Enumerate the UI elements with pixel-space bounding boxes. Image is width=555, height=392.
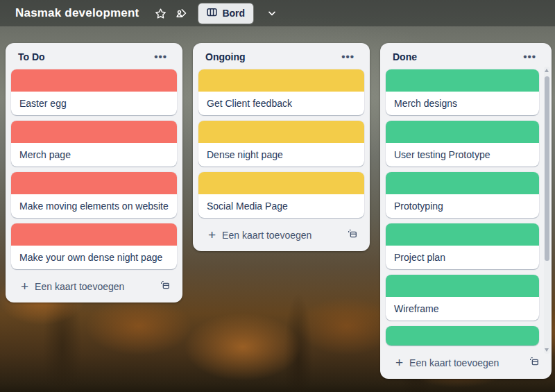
card-label-yellow <box>198 121 364 143</box>
add-card-label: Een kaart toevoegen <box>409 357 499 368</box>
card[interactable]: User testing Prototype <box>386 121 539 167</box>
chevron-down-icon <box>266 8 278 19</box>
list-header: Done ••• <box>386 49 546 69</box>
plus-icon: + <box>21 281 28 292</box>
card-label-red <box>11 69 177 92</box>
list-ongoing: Ongoing ••• Get Client feedback Dense ni… <box>193 43 370 251</box>
card-label-green <box>386 121 539 143</box>
list-header: Ongoing ••• <box>198 49 364 69</box>
plus-icon: + <box>208 230 216 241</box>
card-title: User testing Prototype <box>386 143 539 167</box>
card-template-button[interactable] <box>527 354 542 372</box>
card-title: Social Media Page <box>198 194 364 218</box>
add-card-label: Een kaart toevoegen <box>35 281 124 292</box>
card[interactable]: Get Client feedback <box>198 69 364 115</box>
star-icon <box>155 8 166 19</box>
card-label-red <box>11 172 177 194</box>
card[interactable]: Make moving elements on website <box>11 172 177 218</box>
board-view-label: Bord <box>222 8 245 19</box>
add-card-label: Een kaart toevoegen <box>222 230 311 241</box>
card-title: Easter egg <box>11 92 177 115</box>
list-header: To Do ••• <box>11 49 177 69</box>
board-title: Nasmak development <box>15 6 139 20</box>
add-card-button[interactable]: + Een kaart toevoegen <box>17 278 128 295</box>
card[interactable]: Project plan <box>386 223 539 269</box>
card-title: Prototyping <box>386 194 539 218</box>
card[interactable]: Prototyping <box>386 172 539 218</box>
card-label-green <box>386 223 539 246</box>
card-label-yellow <box>198 69 364 92</box>
card-title: Make your own dense night page <box>11 246 177 269</box>
card-template-button[interactable] <box>157 278 173 296</box>
card-label-yellow <box>198 172 364 194</box>
list-title: Ongoing <box>205 51 246 62</box>
list-footer: + Een kaart toevoegen <box>11 275 177 297</box>
card-title: Wireframe <box>386 297 539 321</box>
card-template-icon <box>160 280 171 293</box>
workspace-members-icon <box>175 7 188 19</box>
done-list-scrollbar[interactable] <box>544 67 550 354</box>
card-title: Make moving elements on website <box>11 194 177 218</box>
card-label-red <box>11 121 177 143</box>
card[interactable]: Wireframe <box>386 275 539 321</box>
board-view-icon <box>207 7 217 19</box>
scrollbar-up-arrow-icon[interactable] <box>545 69 549 72</box>
plus-icon: + <box>395 357 403 368</box>
list-todo: To Do ••• Easter egg Merch page Make mov… <box>6 43 182 302</box>
card[interactable]: Merch page <box>11 121 177 167</box>
list-title: To Do <box>18 51 45 62</box>
list-footer: + Een kaart toevoegen <box>386 351 546 373</box>
card-label-green <box>386 326 539 346</box>
workspace-members-button[interactable] <box>171 3 191 24</box>
board-view-switcher[interactable]: Bord <box>198 3 253 24</box>
card-title: Project plan <box>386 246 539 269</box>
list-menu-icon[interactable]: ••• <box>520 52 539 62</box>
add-card-button[interactable]: + Een kaart toevoegen <box>204 227 316 244</box>
card[interactable]: Merch designs <box>386 69 539 115</box>
card-title: Merch designs <box>386 92 539 115</box>
board-canvas: To Do ••• Easter egg Merch page Make mov… <box>6 43 552 379</box>
card-title: Get Client feedback <box>198 92 364 115</box>
list-title: Done <box>393 51 417 62</box>
scrollbar-down-arrow-icon[interactable] <box>545 348 549 352</box>
card-title: Merch page <box>11 143 177 167</box>
card-container: Easter egg Merch page Make moving elemen… <box>11 69 177 269</box>
list-done: Done ••• Merch designs User testing Prot… <box>380 43 552 379</box>
star-button[interactable] <box>150 3 171 24</box>
add-card-button[interactable]: + Een kaart toevoegen <box>391 355 503 371</box>
scrollbar-thumb[interactable] <box>545 76 549 261</box>
board-header: Nasmak development Bord <box>0 0 555 26</box>
card-template-button[interactable] <box>345 226 360 244</box>
view-options-button[interactable] <box>262 3 282 24</box>
card-label-green <box>386 172 539 194</box>
card-template-icon <box>347 228 358 242</box>
list-footer: + Een kaart toevoegen <box>198 223 364 246</box>
card-container: Merch designs User testing Prototype Pro… <box>386 69 546 346</box>
list-menu-icon[interactable]: ••• <box>339 52 357 62</box>
card-template-icon <box>529 356 540 370</box>
card-label-green <box>386 275 539 297</box>
list-menu-icon[interactable]: ••• <box>151 52 170 62</box>
card-container: Get Client feedback Dense night page Soc… <box>198 69 364 218</box>
card[interactable]: Dense night page <box>198 121 364 167</box>
card-label-red <box>11 223 177 246</box>
card-title: Dense night page <box>198 143 364 167</box>
card-label-green <box>386 69 539 92</box>
card-partially-scrolled[interactable] <box>386 326 539 346</box>
card[interactable]: Make your own dense night page <box>11 223 177 269</box>
card[interactable]: Social Media Page <box>198 172 364 218</box>
card[interactable]: Easter egg <box>11 69 177 115</box>
